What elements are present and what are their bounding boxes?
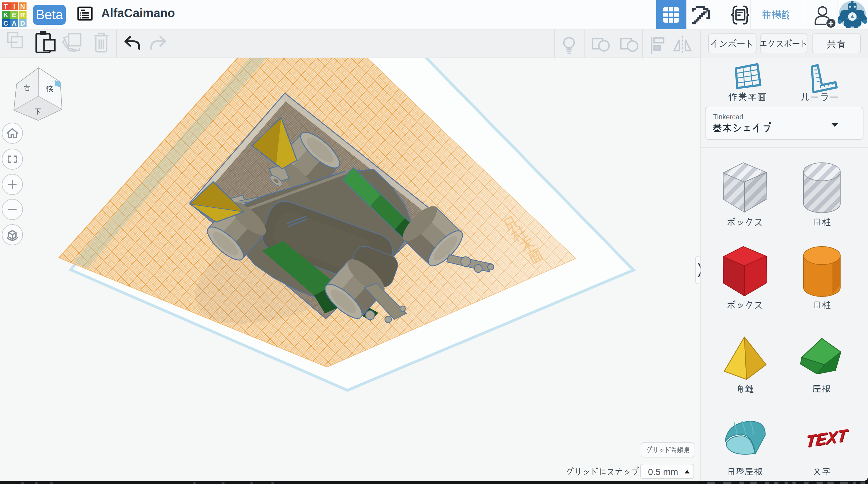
- svg-text:T: T: [4, 3, 8, 10]
- svg-text:A: A: [12, 20, 17, 27]
- svg-text:0.5 mm: 0.5 mm: [648, 467, 678, 477]
- svg-text:E: E: [12, 11, 17, 19]
- svg-text:D: D: [20, 20, 25, 27]
- svg-text:R: R: [20, 11, 25, 19]
- svg-text:K: K: [3, 11, 8, 19]
- svg-text:C: C: [3, 20, 8, 27]
- svg-text:AlfaCaimano: AlfaCaimano: [101, 6, 175, 20]
- svg-text:Beta: Beta: [36, 7, 63, 22]
- svg-text:N: N: [20, 3, 25, 10]
- svg-text:I: I: [13, 3, 15, 10]
- svg-text:Tinkercad: Tinkercad: [713, 113, 743, 121]
